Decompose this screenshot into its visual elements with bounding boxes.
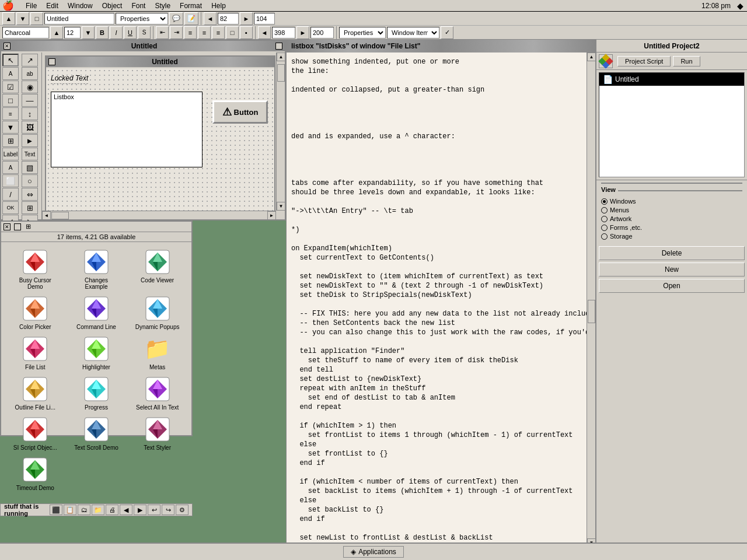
project-file-item[interactable]: 📄 Untitled [599, 73, 744, 86]
delete-btn[interactable]: Delete [599, 246, 745, 260]
radio-btn-artwork[interactable] [601, 216, 608, 222]
tool-radio[interactable]: ◉ [22, 80, 38, 93]
font-size-input[interactable] [64, 27, 81, 38]
properties-dropdown[interactable]: Properties [116, 13, 168, 24]
scroll-thumb-h[interactable] [51, 212, 69, 219]
radio-windows[interactable]: Windows [601, 198, 742, 205]
tool-image[interactable]: 🖼 [22, 121, 38, 134]
code-titlebar[interactable]: listbox "lstDisks" of window "File List" [287, 40, 595, 52]
apple-menu-icon[interactable]: 🍎 [2, 0, 14, 11]
scroll-down-arrow[interactable]: ▼ [277, 202, 285, 211]
fb-titlebar[interactable]: ✕ ⊞ [1, 222, 191, 232]
font-size-down-btn[interactable]: ▼ [82, 26, 95, 39]
taskbar-applications[interactable]: ◈ Applications [343, 546, 404, 558]
tool-scroll[interactable]: ↕ [22, 107, 38, 120]
tool-text[interactable]: ab [22, 67, 38, 80]
proc-btn3[interactable]: 🗂 [78, 505, 90, 515]
menu-window[interactable]: Window [63, 2, 97, 10]
run-btn[interactable]: Run [673, 56, 700, 66]
italic-btn[interactable]: I [110, 26, 123, 39]
ui-editor-close-btn[interactable]: ✕ [4, 43, 11, 50]
form-titlebar[interactable]: Untitled [46, 57, 274, 67]
tool-label2[interactable]: Label [2, 148, 19, 160]
title-input[interactable] [44, 13, 114, 24]
border1-btn[interactable]: □ [226, 26, 239, 39]
fb-item-6[interactable]: File List [6, 334, 65, 372]
window-btn[interactable]: □ [30, 12, 43, 25]
tool-line[interactable]: — [22, 94, 38, 107]
canvas-scrollbar-v[interactable]: ▲ ▼ [276, 52, 285, 211]
proc-btn8[interactable]: ↩ [148, 505, 160, 515]
shadow-btn[interactable]: S [138, 26, 151, 39]
code-content[interactable]: show something indented, put one or more… [287, 52, 587, 547]
align-center-btn[interactable]: ≡ [198, 26, 211, 39]
fb-item-13[interactable]: Text Scroll Demo [67, 414, 126, 452]
fb-close-btn[interactable]: ✕ [4, 223, 11, 230]
canvas-scrollbar-h[interactable]: ◄ ► [42, 211, 276, 219]
menu-style[interactable]: Style [150, 2, 175, 10]
listbox-widget[interactable]: Listbox [51, 92, 203, 167]
tool-pointer[interactable]: ↗ [22, 54, 38, 66]
fb-zoom-btn[interactable] [14, 223, 21, 230]
radio-btn-menus[interactable] [601, 207, 608, 214]
y-coord-input[interactable] [254, 13, 275, 24]
x-coord-input[interactable] [218, 13, 239, 24]
menu-font[interactable]: Font [127, 2, 150, 10]
proc-btn2[interactable]: 📋 [64, 505, 76, 515]
border2-btn[interactable]: ▪ [240, 26, 253, 39]
tool-group[interactable]: ⊞ [2, 134, 19, 147]
radio-btn-storage[interactable] [601, 233, 608, 240]
script-btn-sm[interactable]: 📝 [184, 12, 198, 25]
proc-btn9[interactable]: ↪ [162, 505, 174, 515]
radio-artwork[interactable]: Artwork [601, 215, 742, 222]
fb-item-2[interactable]: Code Viewer [128, 247, 187, 291]
menu-format[interactable]: Format [175, 2, 207, 10]
project-script-btn[interactable]: Project Script [617, 56, 671, 66]
tool-popup[interactable]: ▼ [2, 121, 19, 134]
tool-label[interactable]: A [2, 67, 19, 80]
tool-3d-rect[interactable]: ⬜ [2, 174, 19, 187]
font-name-input[interactable] [2, 27, 49, 38]
fb-item-9[interactable]: Outline File Li... [6, 374, 65, 412]
outdent-btn[interactable]: ⇥ [170, 26, 183, 39]
height-input[interactable] [310, 27, 334, 38]
fb-item-0[interactable]: Busy Cursor Demo [6, 247, 65, 291]
fb-item-3[interactable]: Color Picker [6, 293, 65, 331]
radio-btn-forms[interactable] [601, 225, 608, 231]
code-scroll-up[interactable]: ▲ [587, 52, 595, 61]
tool-line2[interactable]: / [2, 188, 19, 201]
arrow-right-btn[interactable]: ► [240, 12, 253, 25]
radio-forms[interactable]: Forms ,etc. [601, 224, 742, 231]
fb-item-12[interactable]: SI Script Objec... [6, 414, 65, 452]
tool-grid[interactable]: ⊞ [22, 201, 38, 214]
tool-text2[interactable]: Text [22, 148, 38, 160]
nav-right-btn[interactable]: ▼ [16, 12, 29, 25]
arrow-left-btn[interactable]: ◄ [204, 12, 217, 25]
fb-item-1[interactable]: Changes Example [67, 247, 126, 291]
menu-help[interactable]: Help [207, 2, 231, 10]
balloon-btn[interactable]: 💬 [169, 12, 183, 25]
tool-select[interactable]: ↖ [2, 54, 19, 66]
code-scroll-thumb[interactable] [588, 300, 595, 323]
align-right-btn[interactable]: ≡ [212, 26, 225, 39]
form-close-btn[interactable] [48, 58, 55, 65]
tool-ok[interactable]: OK [2, 201, 19, 214]
fb-item-11[interactable]: Select All In Text [128, 374, 187, 412]
proc-btn5[interactable]: 🖨 [106, 505, 118, 515]
nav-left-btn[interactable]: ▲ [2, 12, 15, 25]
fb-item-7[interactable]: Highlighter [67, 334, 126, 372]
scroll-up-arrow[interactable]: ▲ [277, 52, 285, 61]
scroll-right-arrow[interactable]: ► [267, 211, 276, 220]
fb-item-14[interactable]: Text Styler [128, 414, 187, 452]
properties-dropdown2[interactable]: Properties [339, 27, 386, 38]
proc-btn7[interactable]: ▶ [134, 505, 146, 515]
radio-storage[interactable]: Storage [601, 233, 742, 240]
fb-item-10[interactable]: Progress [67, 374, 126, 412]
proc-btn1[interactable]: ⬛ [50, 505, 62, 515]
width-input[interactable] [272, 27, 295, 38]
bold-btn[interactable]: B [96, 26, 109, 39]
scroll-left-arrow[interactable]: ◄ [42, 211, 51, 220]
tool-arrow[interactable]: ⇔ [22, 188, 38, 201]
scroll-thumb-v[interactable] [277, 64, 285, 82]
arrow-right2-btn[interactable]: ► [296, 26, 309, 39]
